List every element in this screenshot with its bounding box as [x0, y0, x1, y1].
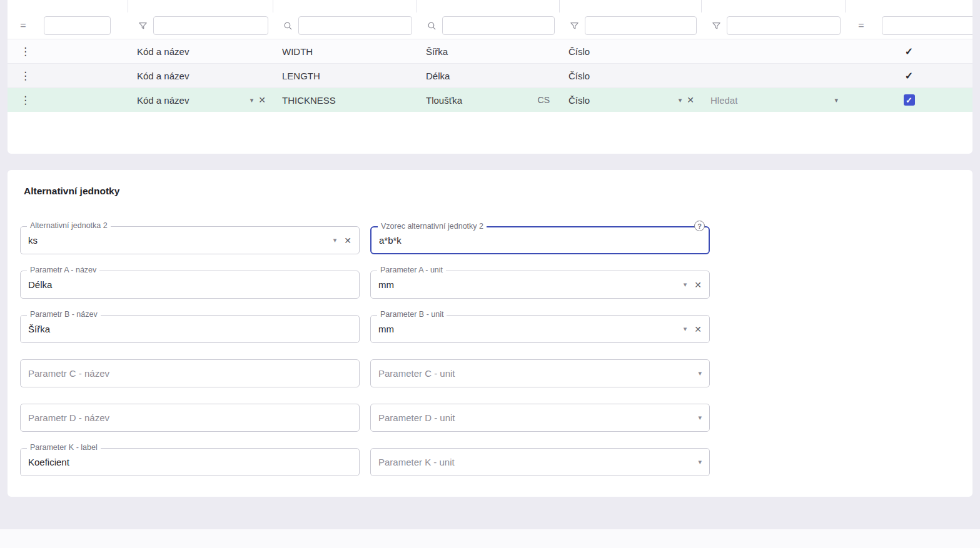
- param-b-name-field: Parametr B - název: [20, 315, 360, 343]
- param-d-name-field: [20, 404, 360, 432]
- cell-name-editor[interactable]: Tloušťka CS: [417, 88, 560, 112]
- filter-input-name[interactable]: [442, 16, 555, 35]
- cell-code: LENGTH: [273, 64, 417, 87]
- clear-icon[interactable]: ✕: [258, 95, 266, 105]
- param-k-unit-field: ▾: [370, 448, 710, 476]
- cell-datatype: Číslo: [560, 64, 702, 87]
- chevron-down-icon[interactable]: ▾: [333, 236, 337, 244]
- filter-cell-type: [128, 12, 273, 39]
- cell-attr-type-editor[interactable]: Kód a název ▾ ✕: [128, 88, 273, 112]
- header-cell: [560, 0, 702, 12]
- row-actions-cell: ⋮: [8, 64, 128, 87]
- cell-code-editor[interactable]: THICKNESS: [273, 88, 417, 112]
- clear-icon[interactable]: ✕: [687, 95, 694, 105]
- param-k-name-field: Parameter K - label: [20, 448, 360, 476]
- cell-search: [702, 39, 846, 63]
- clear-icon[interactable]: ✕: [694, 280, 702, 290]
- filter-funnel-icon: [137, 20, 148, 31]
- cell-search: [702, 64, 846, 87]
- param-a-unit-field: Parameter A - unit ▾ ✕: [370, 271, 710, 299]
- param-b-unit-input[interactable]: [371, 316, 684, 342]
- header-cell: [702, 0, 846, 12]
- field-icons: ▾: [698, 458, 709, 466]
- filter-cell-name: [417, 12, 560, 39]
- formula-field: Vzorec alternativní jednotky 2 ?: [370, 226, 710, 254]
- code-text: THICKNESS: [282, 95, 336, 106]
- chevron-down-icon[interactable]: ▾: [679, 96, 682, 104]
- code-text: WIDTH: [282, 46, 313, 57]
- table-header-strip: [8, 0, 972, 12]
- row-actions-cell: ⋮: [8, 88, 128, 112]
- filter-input-datatype[interactable]: [585, 16, 697, 35]
- kebab-menu-icon[interactable]: ⋮: [20, 95, 31, 106]
- check-icon: ✓: [905, 46, 913, 57]
- chevron-down-icon[interactable]: ▾: [698, 414, 702, 422]
- alt-unit-input[interactable]: [21, 227, 333, 254]
- header-cell: [273, 0, 417, 12]
- filter-input-type[interactable]: [153, 16, 268, 35]
- chevron-down-icon[interactable]: ▾: [684, 325, 687, 333]
- param-c-unit-field: ▾: [370, 359, 710, 387]
- alternative-units-form: Alternativní jednotka 2 ▾ ✕ Vzorec alter…: [20, 226, 960, 476]
- code-text: LENGTH: [282, 71, 320, 81]
- footer-strip: [0, 529, 980, 548]
- help-icon[interactable]: ?: [694, 221, 705, 231]
- equals-icon: =: [856, 20, 867, 31]
- chevron-down-icon[interactable]: ▾: [250, 96, 254, 104]
- kebab-menu-icon[interactable]: ⋮: [20, 71, 31, 81]
- editor-controls: ▾: [834, 96, 846, 104]
- filter-cell-datatype: [560, 12, 702, 39]
- cell-flag-editor: ✓: [846, 88, 972, 112]
- cell-attr-type: Kód a název: [128, 39, 273, 63]
- cell-flag: ✓: [846, 64, 972, 87]
- table-row[interactable]: ⋮ Kód a název WIDTH Šířka Číslo ✓: [8, 39, 972, 63]
- param-k-unit-input[interactable]: [371, 449, 698, 476]
- alternative-units-panel: Alternativní jednotky Alternativní jedno…: [8, 170, 972, 497]
- cell-datatype-editor[interactable]: Číslo ▾ ✕: [560, 88, 702, 112]
- param-c-unit-input[interactable]: [371, 360, 698, 387]
- param-c-name-input[interactable]: [21, 360, 359, 387]
- chevron-down-icon[interactable]: ▾: [698, 458, 702, 466]
- chevron-down-icon[interactable]: ▾: [834, 96, 838, 104]
- param-b-name-label: Parametr B - název: [27, 310, 101, 319]
- filter-input-code[interactable]: [298, 16, 412, 35]
- kebab-menu-icon[interactable]: ⋮: [20, 46, 31, 57]
- datatype-text: Číslo: [568, 71, 590, 81]
- field-icons: ▾: [698, 414, 709, 422]
- clear-icon[interactable]: ✕: [344, 236, 351, 246]
- chevron-down-icon[interactable]: ▾: [698, 369, 702, 377]
- param-c-name-field: [20, 359, 360, 387]
- name-text: Tloušťka: [426, 95, 462, 106]
- table-row-selected[interactable]: ⋮ Kód a název ▾ ✕ THICKNESS Tloušťka CS …: [8, 87, 972, 112]
- attr-type-text: Kód a název: [137, 46, 189, 57]
- cell-search-editor[interactable]: Hledat ▾: [702, 88, 846, 112]
- language-badge[interactable]: CS: [538, 95, 560, 105]
- chevron-down-icon[interactable]: ▾: [684, 281, 687, 289]
- checkbox-checked[interactable]: ✓: [904, 94, 915, 106]
- formula-input[interactable]: [371, 227, 709, 253]
- param-k-name-input[interactable]: [21, 449, 359, 476]
- editor-controls: ▾ ✕: [679, 95, 702, 105]
- param-a-unit-label: Parameter A - unit: [377, 266, 446, 274]
- filter-input-flag[interactable]: [882, 16, 972, 35]
- param-d-unit-input[interactable]: [371, 404, 698, 431]
- param-b-name-input[interactable]: [21, 316, 359, 342]
- param-b-unit-field: Parameter B - unit ▾ ✕: [370, 315, 710, 343]
- cell-datatype: Číslo: [560, 39, 702, 63]
- table-row[interactable]: ⋮ Kód a název LENGTH Délka Číslo ✓: [8, 63, 972, 87]
- param-a-name-input[interactable]: [21, 271, 359, 298]
- filter-input-search[interactable]: [727, 16, 841, 35]
- panel-title: Alternativní jednotky: [20, 185, 960, 197]
- param-d-name-input[interactable]: [21, 404, 359, 431]
- cell-name: Šířka: [417, 39, 560, 63]
- param-b-unit-label: Parameter B - unit: [377, 310, 447, 319]
- param-a-name-label: Parametr A - název: [27, 266, 99, 274]
- cell-name: Délka: [417, 64, 560, 87]
- filter-input-actions[interactable]: [44, 16, 111, 35]
- filter-funnel-icon: [710, 20, 722, 31]
- param-a-unit-input[interactable]: [371, 271, 684, 298]
- header-cell: [128, 0, 273, 12]
- formula-label: Vzorec alternativní jednotky 2: [378, 222, 487, 231]
- field-icons: ▾ ✕: [684, 324, 709, 334]
- clear-icon[interactable]: ✕: [694, 324, 702, 334]
